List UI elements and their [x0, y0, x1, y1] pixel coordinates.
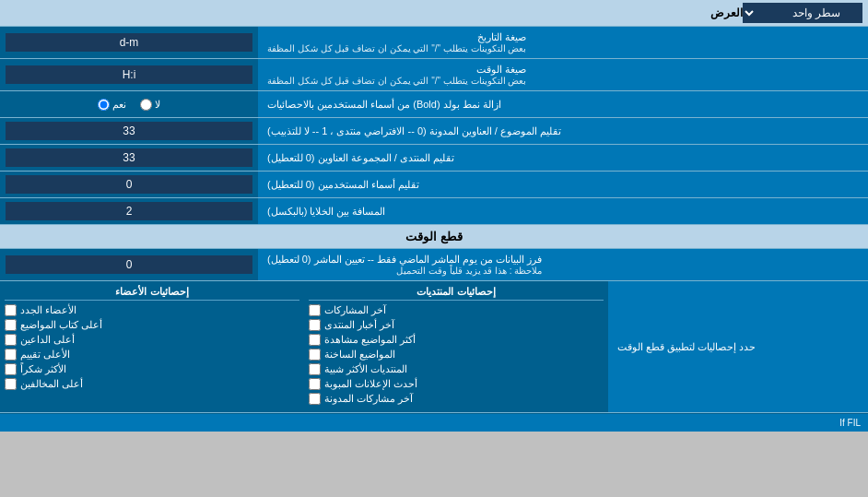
forum-order-input[interactable] — [6, 122, 252, 140]
date-format-row: صيغة التاريخ بعض التكوينات يتطلب "/" الت… — [0, 27, 868, 59]
bold-remove-radio-container: لا نعم — [0, 91, 258, 117]
chk-item: الأعلى تقييم — [5, 349, 299, 361]
space-between-input[interactable] — [6, 202, 252, 220]
bold-remove-label: ازالة نمط بولد (Bold) من أسماء المستخدمي… — [258, 91, 868, 117]
bottom-note: If FIL — [0, 413, 868, 432]
chk-popular-forums[interactable] — [309, 363, 321, 375]
checkbox-col-forums: إحصائيات المنتديات آخر المشاركات آخر أخب… — [304, 286, 608, 408]
chk-item: آخر مشاركات المدونة — [309, 393, 604, 405]
space-between-label: المسافة بين الخلايا (بالبكسل) — [258, 198, 868, 224]
chk-item: أكثر المواضيع مشاهدة — [309, 334, 604, 346]
chk-hot-topics[interactable] — [309, 349, 321, 361]
chk-forum-news[interactable] — [309, 319, 321, 331]
chk-blog-posts[interactable] — [309, 393, 321, 405]
chk-latest-posts[interactable] — [309, 304, 321, 316]
forum-group-input-container — [0, 145, 258, 171]
forum-group-input[interactable] — [6, 148, 252, 167]
bottom-note-text: If FIL — [839, 418, 861, 428]
chk-most-viewed[interactable] — [309, 334, 321, 346]
space-between-input-container — [0, 198, 258, 224]
space-between-row: المسافة بين الخلايا (بالبكسل) — [0, 198, 868, 225]
chk-item: أحدث الإعلانات المبوبة — [309, 378, 604, 390]
chk-item: المواضيع الساخنة — [309, 349, 604, 361]
user-names-input[interactable] — [6, 175, 252, 194]
checkboxes-container: إحصائيات المنتديات آخر المشاركات آخر أخب… — [0, 281, 608, 412]
date-format-input[interactable] — [6, 33, 252, 52]
col2-title: إحصائيات الأعضاء — [5, 286, 299, 301]
checkboxes-label: حدد إحصاليات لتطبيق قطع الوقت — [608, 281, 868, 412]
display-select[interactable]: سطر واحد سطرين — [743, 3, 862, 23]
time-cut-input[interactable] — [6, 255, 252, 274]
bold-remove-row: ازالة نمط بولد (Bold) من أسماء المستخدمي… — [0, 91, 868, 118]
checkbox-col-members: إحصائيات الأعضاء الأعضاء الجدد أعلى كتاب… — [0, 286, 304, 408]
user-names-row: تقليم أسماء المستخدمين (0 للتعطيل) — [0, 172, 868, 198]
forum-order-row: تقليم الموضوع / العناوين المدونة (0 -- ا… — [0, 118, 868, 145]
chk-most-thanked[interactable] — [5, 363, 17, 375]
display-row: سطر واحد سطرين العرض — [0, 0, 868, 27]
time-cut-label: فرز البيانات من يوم الماشر الماضي فقط --… — [258, 249, 868, 280]
checkboxes-section: حدد إحصاليات لتطبيق قطع الوقت إحصائيات ا… — [0, 281, 868, 413]
col1-title: إحصائيات المنتديات — [309, 286, 604, 301]
time-cut-row: فرز البيانات من يوم الماشر الماضي فقط --… — [0, 249, 868, 281]
time-cut-header: قطع الوقت — [0, 225, 868, 249]
time-format-input-container — [0, 59, 258, 90]
chk-item: أعلى كتاب المواضيع — [5, 319, 299, 331]
forum-order-label: تقليم الموضوع / العناوين المدونة (0 -- ا… — [258, 118, 868, 144]
chk-top-writers[interactable] — [5, 319, 17, 331]
bold-radio-yes[interactable]: نعم — [98, 99, 126, 111]
chk-item: أعلى المخالفين — [5, 378, 299, 390]
date-format-input-container — [0, 27, 258, 58]
chk-top-rated[interactable] — [5, 349, 17, 361]
chk-top-inviters[interactable] — [5, 334, 17, 346]
forum-group-label: تقليم المنتدى / المجموعة العناوين (0 للت… — [258, 145, 868, 171]
time-format-input[interactable] — [6, 65, 252, 84]
chk-latest-classified[interactable] — [309, 378, 321, 390]
chk-item: آخر المشاركات — [309, 304, 604, 316]
date-format-label: صيغة التاريخ بعض التكوينات يتطلب "/" الت… — [258, 27, 868, 58]
time-format-label: صيغة الوقت بعض التكوينات يتطلب "/" التي … — [258, 59, 868, 90]
chk-new-members[interactable] — [5, 304, 17, 316]
user-names-label: تقليم أسماء المستخدمين (0 للتعطيل) — [258, 172, 868, 197]
bold-radio-no[interactable]: لا — [140, 99, 160, 111]
time-format-row: صيغة الوقت بعض التكوينات يتطلب "/" التي … — [0, 59, 868, 91]
forum-group-row: تقليم المنتدى / المجموعة العناوين (0 للت… — [0, 145, 868, 172]
chk-item: آخر أخبار المنتدى — [309, 319, 604, 331]
chk-item: أعلى الداعين — [5, 334, 299, 346]
time-cut-input-container — [0, 249, 258, 280]
chk-item: الأعضاء الجدد — [5, 304, 299, 316]
chk-item: المنتديات الأكثر شبية — [309, 363, 604, 375]
display-label: العرض — [6, 6, 743, 19]
forum-order-input-container — [0, 118, 258, 144]
chk-top-violators[interactable] — [5, 378, 17, 390]
chk-item: الأكثر شكراً — [5, 363, 299, 375]
user-names-input-container — [0, 172, 258, 197]
